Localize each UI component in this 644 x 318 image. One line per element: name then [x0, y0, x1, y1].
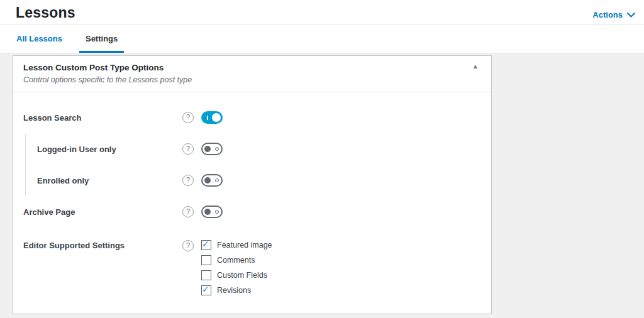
- panel-subtitle: Control options specific to the Lessons …: [23, 75, 481, 84]
- help-icon[interactable]: ?: [182, 143, 194, 155]
- logged-in-only-toggle[interactable]: [201, 143, 223, 155]
- help-icon[interactable]: ?: [182, 112, 194, 123]
- setting-row-archive-page: Archive Page ?: [23, 206, 481, 218]
- checkbox-comments[interactable]: [201, 255, 211, 265]
- editor-supported-options: ✓ Featured image Comments Custom Fields: [201, 240, 272, 300]
- check-icon: ✓: [202, 284, 210, 294]
- checkbox-label: Featured image: [217, 241, 272, 249]
- setting-row-editor-supported: Editor Supported Settings ? ✓ Featured i…: [23, 240, 481, 300]
- toggle-off-mark: [215, 147, 219, 151]
- collapse-panel-button[interactable]: ▲: [474, 64, 477, 69]
- checkbox-label: Comments: [217, 256, 255, 265]
- tab-settings[interactable]: Settings: [79, 26, 124, 53]
- check-icon: ✓: [202, 239, 210, 249]
- toggle-off-mark: [215, 178, 219, 182]
- checkbox-label: Revisions: [217, 286, 251, 295]
- toggle-knob: [204, 177, 211, 184]
- content-area: Lesson Custom Post Type Options Control …: [0, 53, 644, 318]
- panel-header: Lesson Custom Post Type Options Control …: [13, 56, 491, 92]
- chevron-down-icon: [627, 13, 635, 18]
- setting-row-enrolled-only: Enrolled only ?: [37, 174, 481, 187]
- tab-bar: All Lessons Settings: [0, 26, 644, 53]
- archive-page-toggle[interactable]: [201, 206, 223, 218]
- help-icon[interactable]: ?: [182, 206, 194, 217]
- checkbox-featured-image[interactable]: ✓: [201, 240, 211, 250]
- actions-dropdown[interactable]: Actions: [592, 10, 635, 19]
- setting-row-lesson-search: Lesson Search ?: [23, 111, 481, 124]
- checkbox-custom-fields[interactable]: [201, 270, 211, 280]
- toggle-knob: [204, 209, 211, 215]
- lesson-search-subsettings: Logged-in User only ? Enrolled only ?: [25, 134, 481, 195]
- help-icon[interactable]: ?: [182, 240, 194, 251]
- checkbox-revisions[interactable]: ✓: [201, 285, 211, 295]
- panel-title: Lesson Custom Post Type Options: [23, 63, 481, 72]
- option-revisions: ✓ Revisions: [201, 285, 272, 295]
- toggle-off-mark: [215, 210, 219, 214]
- setting-row-logged-in-only: Logged-in User only ?: [37, 143, 481, 155]
- option-custom-fields: Custom Fields: [201, 270, 272, 280]
- toggle-knob: [204, 146, 211, 152]
- page-title: Lessons: [16, 4, 75, 21]
- panel-body: Lesson Search ? Logged-in User only ?: [13, 92, 491, 300]
- toggle-on-mark: [207, 116, 208, 120]
- enrolled-only-toggle[interactable]: [201, 174, 223, 187]
- lesson-search-toggle[interactable]: [201, 111, 223, 124]
- checkbox-label: Custom Fields: [217, 271, 267, 280]
- page-header: Lessons Actions: [0, 0, 644, 25]
- option-featured-image: ✓ Featured image: [201, 240, 272, 250]
- actions-label: Actions: [592, 10, 623, 19]
- setting-label: Enrolled only: [37, 176, 182, 185]
- help-icon[interactable]: ?: [182, 175, 194, 186]
- setting-label: Archive Page: [23, 207, 182, 217]
- lesson-cpt-options-panel: Lesson Custom Post Type Options Control …: [13, 55, 492, 314]
- tab-all-lessons[interactable]: All Lessons: [10, 26, 69, 53]
- setting-label: Logged-in User only: [37, 145, 182, 154]
- option-comments: Comments: [201, 255, 272, 265]
- setting-label: Lesson Search: [23, 113, 182, 123]
- setting-label: Editor Supported Settings: [23, 240, 182, 251]
- toggle-knob: [212, 113, 221, 122]
